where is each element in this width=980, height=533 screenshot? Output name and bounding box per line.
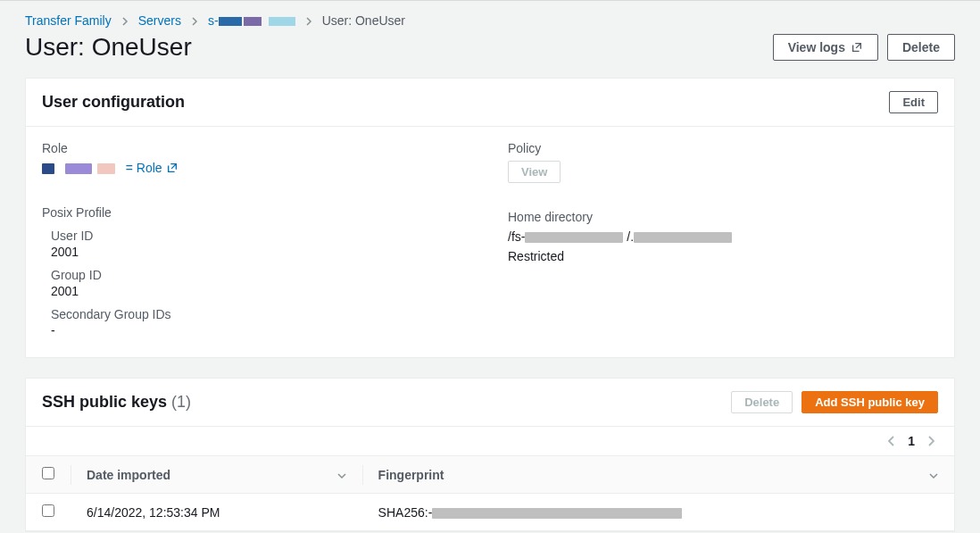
view-policy-button[interactable]: View [508,161,561,183]
redacted-icon [97,163,115,174]
column-date-imported-label: Date imported [87,468,170,482]
delete-key-button[interactable]: Delete [731,391,793,413]
role-link[interactable]: =Role [126,161,179,175]
ssh-keys-table: Date imported Fingerprint [26,455,954,531]
pagination: 1 [26,427,954,455]
cell-date-imported: 6/14/2022, 12:53:34 PM [71,494,362,531]
panel-header: SSH public keys (1) Delete Add SSH publi… [26,379,954,427]
previous-page-button[interactable] [884,434,899,448]
panel-header: User configuration Edit [26,79,954,127]
chevron-right-icon [304,13,313,28]
breadcrumb-server-id-prefix: s- [208,13,219,28]
chevron-right-icon [190,13,199,28]
current-page: 1 [908,434,915,448]
config-right-column: Policy View Home directory /fs- /. Restr… [508,141,938,337]
redacted-icon [244,17,262,26]
breadcrumb-root[interactable]: Transfer Family [25,13,112,28]
page-title: User: OneUser [25,33,192,62]
column-fingerprint[interactable]: Fingerprint [362,456,954,494]
redacted-icon [65,163,92,174]
home-directory-restricted: Restricted [508,249,938,263]
breadcrumb-server-id[interactable]: s- [208,13,295,28]
row-select-cell [26,494,71,531]
add-ssh-key-button[interactable]: Add SSH public key [801,391,938,413]
posix-profile-label: Posix Profile [42,205,472,220]
group-id-value: 2001 [51,284,472,298]
redacted-icon [432,508,682,519]
breadcrumb-current: User: OneUser [322,13,405,28]
redacted-icon [219,17,242,26]
secondary-gid-label: Secondary Group IDs [51,307,472,321]
policy-label: Policy [508,141,938,155]
redacted-icon [42,163,54,174]
ssh-key-count: (1) [171,393,191,411]
user-id-value: 2001 [51,245,472,259]
panel-title: User configuration [42,93,185,112]
fingerprint-prefix: SHA256:- [378,505,433,520]
breadcrumb-servers[interactable]: Servers [138,13,181,28]
view-logs-label: View logs [788,40,845,54]
user-configuration-panel: User configuration Edit Role =Role Posix… [25,78,955,358]
home-dir-mid: /. [627,229,634,244]
delete-user-button[interactable]: Delete [887,34,955,61]
external-link-icon [166,162,179,174]
panel-title: SSH public keys (1) [42,393,191,412]
redacted-icon [634,232,732,243]
home-directory-value: /fs- /. [508,229,938,244]
cell-fingerprint: SHA256:- [362,494,954,531]
config-left-column: Role =Role Posix Profile User ID 2001 Gr… [42,141,472,337]
ssh-title-text: SSH public keys [42,393,167,411]
home-dir-prefix: /fs- [508,229,525,244]
redacted-icon [525,232,623,243]
group-id-label: Group ID [51,268,472,282]
header-actions: View logs Delete [773,34,955,61]
ssh-public-keys-panel: SSH public keys (1) Delete Add SSH publi… [25,378,955,532]
home-directory-label: Home directory [508,210,938,224]
view-logs-button[interactable]: View logs [773,34,878,61]
secondary-gid-value: - [51,323,472,337]
row-select-checkbox[interactable] [42,504,54,517]
edit-button[interactable]: Edit [889,91,938,113]
page-header: User: OneUser View logs Delete [25,33,955,62]
user-id-label: User ID [51,229,472,243]
table-row[interactable]: 6/14/2022, 12:53:34 PM SHA256:- [26,494,954,531]
redacted-icon [269,17,295,26]
role-link-text: Role [137,161,162,175]
column-fingerprint-label: Fingerprint [378,468,444,482]
role-label: Role [42,141,472,155]
breadcrumb: Transfer Family Servers s- User: OneUser [25,13,955,28]
chevron-right-icon [120,13,129,28]
sort-caret-icon [929,468,938,482]
column-date-imported[interactable]: Date imported [71,456,362,494]
role-value: =Role [42,161,472,175]
select-all-header [26,456,71,494]
external-link-icon [851,41,863,54]
sort-caret-icon [337,468,346,482]
select-all-checkbox[interactable] [42,467,54,479]
next-page-button[interactable] [924,434,938,448]
